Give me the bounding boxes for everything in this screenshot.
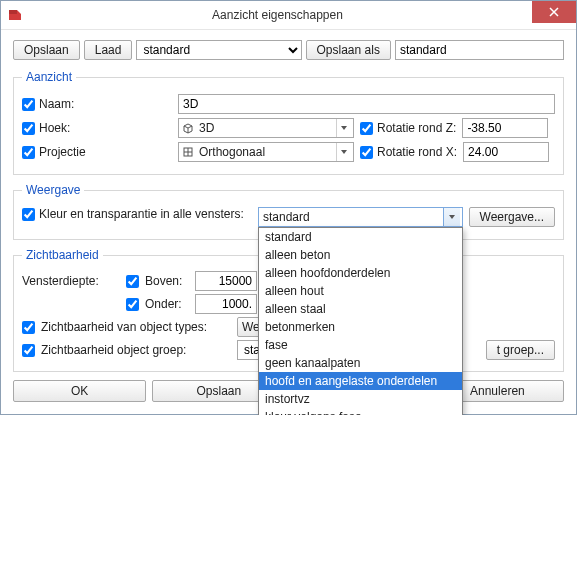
down-field[interactable] xyxy=(195,294,257,314)
color-option[interactable]: instortvz xyxy=(259,390,462,408)
rot-x-label: Rotatie rond X: xyxy=(377,145,457,159)
rot-x-field[interactable] xyxy=(463,142,549,162)
color-option[interactable]: alleen beton xyxy=(259,246,462,264)
projection-label: Projectie xyxy=(39,145,86,159)
color-option[interactable]: alleen staal xyxy=(259,300,462,318)
dialog-content: Opslaan Laad standard Opslaan als Aanzic… xyxy=(1,30,576,414)
types-checkbox[interactable] xyxy=(22,321,35,334)
display-group: Weergave Kleur en transparantie in alle … xyxy=(13,183,564,240)
color-option[interactable]: alleen hoofdonderdelen xyxy=(259,264,462,282)
cube-icon xyxy=(181,122,195,134)
chevron-down-icon xyxy=(336,143,351,161)
name-label: Naam: xyxy=(39,97,74,111)
up-field[interactable] xyxy=(195,271,257,291)
close-button[interactable] xyxy=(532,1,576,23)
save-as-button[interactable]: Opslaan als xyxy=(306,40,391,60)
dialog-window: Aanzicht eigenschappen Opslaan Laad stan… xyxy=(0,0,577,415)
view-legend: Aanzicht xyxy=(22,70,76,84)
color-label: Kleur en transparantie in alle vensters: xyxy=(39,207,244,221)
groupvis-checkbox[interactable] xyxy=(22,344,35,357)
angle-checkbox[interactable] xyxy=(22,122,35,135)
color-option[interactable]: standard xyxy=(259,228,462,246)
ok-button[interactable]: OK xyxy=(13,380,146,402)
projection-icon xyxy=(181,146,195,158)
color-value: standard xyxy=(263,210,443,224)
angle-label: Hoek: xyxy=(39,121,70,135)
rot-z-label: Rotatie rond Z: xyxy=(377,121,456,135)
preset-row: Opslaan Laad standard Opslaan als xyxy=(13,40,564,60)
down-checkbox[interactable] xyxy=(126,298,139,311)
color-combobox[interactable]: standard standardalleen betonalleen hoof… xyxy=(258,207,463,227)
types-label: Zichtbaarheid van object types: xyxy=(41,320,231,334)
color-option[interactable]: geen kanaalpaten xyxy=(259,354,462,372)
rot-z-field[interactable] xyxy=(462,118,548,138)
color-option[interactable]: kleur volgens fase xyxy=(259,408,462,415)
close-icon xyxy=(549,7,559,17)
display-button[interactable]: Weergave... xyxy=(469,207,555,227)
load-button[interactable]: Laad xyxy=(84,40,133,60)
color-option[interactable]: alleen hout xyxy=(259,282,462,300)
title-bar: Aanzicht eigenschappen xyxy=(1,1,576,30)
name-field[interactable] xyxy=(178,94,555,114)
save-button[interactable]: Opslaan xyxy=(13,40,80,60)
color-option[interactable]: fase xyxy=(259,336,462,354)
object-group-button[interactable]: t groep... xyxy=(486,340,555,360)
color-option[interactable]: betonmerken xyxy=(259,318,462,336)
save-as-field[interactable] xyxy=(395,40,564,60)
groupvis-label: Zichtbaarheid object groep: xyxy=(41,343,231,357)
rot-z-checkbox[interactable] xyxy=(360,122,373,135)
depth-label: Vensterdiepte: xyxy=(22,274,120,288)
up-checkbox[interactable] xyxy=(126,275,139,288)
up-label: Boven: xyxy=(145,274,189,288)
projection-value: Orthogonaal xyxy=(199,145,332,159)
window-title: Aanzicht eigenschappen xyxy=(23,8,532,22)
color-option[interactable]: hoofd en aangelaste onderdelen xyxy=(259,372,462,390)
chevron-down-icon xyxy=(443,208,460,226)
angle-select[interactable]: 3D xyxy=(178,118,354,138)
projection-checkbox[interactable] xyxy=(22,146,35,159)
view-group: Aanzicht Naam: Hoek: xyxy=(13,70,564,175)
down-label: Onder: xyxy=(145,297,189,311)
svg-marker-1 xyxy=(9,10,17,14)
name-checkbox[interactable] xyxy=(22,98,35,111)
visibility-legend: Zichtbaarheid xyxy=(22,248,103,262)
chevron-down-icon xyxy=(336,119,351,137)
rot-x-checkbox[interactable] xyxy=(360,146,373,159)
projection-select[interactable]: Orthogonaal xyxy=(178,142,354,162)
app-icon xyxy=(7,7,23,23)
color-checkbox[interactable] xyxy=(22,208,35,221)
preset-select[interactable]: standard xyxy=(136,40,301,60)
display-legend: Weergave xyxy=(22,183,84,197)
color-combobox-list[interactable]: standardalleen betonalleen hoofdonderdel… xyxy=(258,227,463,415)
angle-value: 3D xyxy=(199,121,332,135)
